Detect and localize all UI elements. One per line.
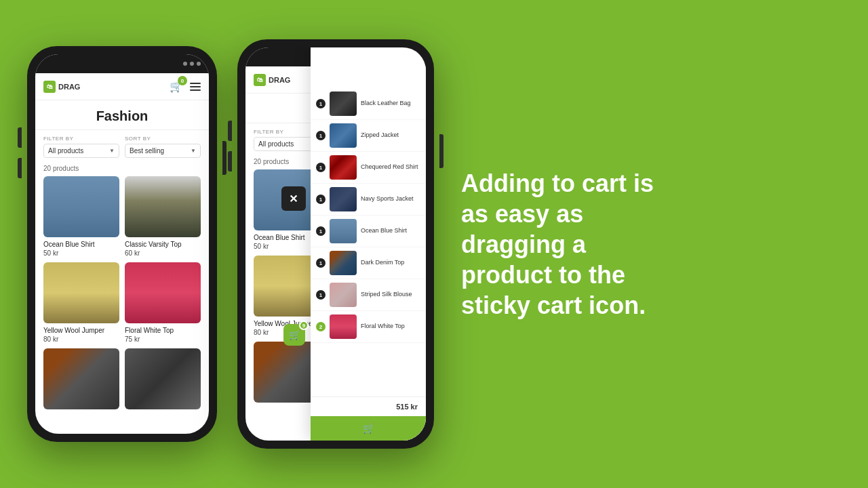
filter-by-value: All products — [48, 147, 83, 155]
promo-line3: dragging a — [461, 230, 586, 258]
menu-button-left[interactable] — [190, 83, 201, 91]
logo-text-left: DRAG — [58, 83, 80, 91]
battery-icon — [197, 62, 201, 66]
product-name-floral: Floral White Top — [125, 326, 201, 335]
product-price-yellow-left: 80 kr — [43, 336, 119, 343]
cart-item-img-5 — [330, 251, 357, 275]
product-img-chequered — [43, 348, 119, 409]
close-cart-button[interactable]: ✕ — [281, 186, 306, 211]
logo-right: 🛍 DRAG — [254, 74, 290, 86]
product-name-yellow-left: Yellow Wool Jumper — [43, 326, 119, 335]
product-card-floral[interactable]: Floral White Top 75 kr — [125, 262, 201, 343]
product-card-yellow-left[interactable]: Yellow Wool Jumper 80 kr — [43, 262, 119, 343]
cart-item-qty-4: 1 — [316, 226, 326, 236]
cart-item-qty-2: 1 — [316, 163, 326, 172]
floating-cart-badge: 9 — [299, 321, 309, 330]
cart-item-2: 1 Chequered Red Shirt — [311, 152, 426, 184]
cart-item-name-3: Navy Sports Jacket — [361, 195, 420, 203]
cart-item-name-1: Zipped Jacket — [361, 131, 420, 140]
power-button — [222, 141, 226, 175]
cart-item-name-7: Floral White Top — [361, 323, 420, 331]
logo-left: 🛍 DRAG — [43, 81, 80, 93]
cart-item-name-5: Dark Denim Top — [361, 259, 420, 267]
products-count-left: 20 products — [35, 163, 209, 176]
filter-by-value-right: All products — [258, 140, 294, 148]
cart-item-4: 1 Ocean Blue Shirt — [311, 216, 426, 247]
cart-item-qty-3: 1 — [316, 195, 326, 204]
cart-dropdown: 1 Black Leather Bag 1 Zipped Jacket 1 — [311, 47, 426, 441]
promo-text-area: Adding to cart is as easy as dragging a … — [434, 155, 841, 334]
phone-right: 🛍 DRAG 🛒 Fas — [237, 39, 434, 449]
product-card-chequered[interactable] — [43, 348, 119, 409]
menu-line-2 — [190, 86, 201, 87]
product-card-ocean-blue[interactable]: Ocean Blue Shirt 50 kr — [43, 176, 119, 257]
floating-cart-button[interactable]: 🛒 9 — [283, 324, 305, 346]
promo-line2: as easy as — [461, 200, 583, 228]
filter-chevron-icon: ▼ — [109, 148, 115, 154]
sort-chevron-icon: ▼ — [191, 148, 196, 154]
filter-bar-left: FILTER BY All products ▼ SORT BY Best se… — [35, 130, 209, 163]
cart-item-5: 1 Dark Denim Top — [311, 247, 426, 279]
sort-by-label: SORT BY — [125, 136, 201, 142]
filter-by-label: FILTER BY — [43, 136, 119, 142]
cart-badge-left: 0 — [178, 76, 187, 85]
scene: 🛍 DRAG 🛒 0 Fashion — [27, 14, 841, 474]
cart-item-3: 1 Navy Sports Jacket — [311, 184, 426, 216]
cart-item-name-6: Striped Silk Blouse — [361, 291, 420, 299]
checkout-button[interactable]: 🛒 — [311, 416, 426, 441]
cart-item-img-6 — [330, 283, 357, 307]
checkout-icon: 🛒 — [363, 423, 374, 434]
cart-item-img-4 — [330, 219, 357, 243]
menu-line-3 — [190, 89, 201, 91]
cart-item-0: 1 Black Leather Bag — [311, 88, 426, 120]
product-card-varsity[interactable]: Classic Varsity Top 60 kr — [125, 176, 201, 257]
cart-item-6: 1 Striped Silk Blouse — [311, 279, 426, 311]
volume-down-button — [18, 158, 22, 178]
cart-item-7: 2 Floral White Top — [311, 311, 426, 343]
cart-item-img-1 — [330, 123, 357, 148]
product-img-ocean-blue — [43, 176, 119, 237]
page-title-left: Fashion — [35, 100, 209, 129]
cart-item-img-0 — [330, 92, 357, 116]
signal-icon — [183, 62, 187, 66]
cart-item-name-2: Chequered Red Shirt — [361, 163, 420, 171]
cart-items-list: 1 Black Leather Bag 1 Zipped Jacket 1 — [311, 47, 426, 396]
volume-down-button-right — [228, 151, 232, 171]
product-img-yellow-left — [43, 262, 119, 323]
phone-left: 🛍 DRAG 🛒 0 Fashion — [27, 46, 217, 442]
product-price-floral: 75 kr — [125, 336, 201, 343]
promo-line1: Adding to cart is — [461, 169, 654, 197]
app-header-left: 🛍 DRAG 🛒 0 — [35, 73, 209, 100]
cart-item-qty-7: 2 — [316, 322, 326, 331]
cart-button-left[interactable]: 🛒 0 — [168, 79, 184, 94]
cart-item-name-0: Black Leather Bag — [361, 100, 420, 108]
wifi-icon — [190, 62, 194, 66]
sort-by-select[interactable]: Best selling ▼ — [125, 144, 201, 158]
product-name-ocean-blue: Ocean Blue Shirt — [43, 240, 119, 249]
status-icons-left — [183, 62, 201, 66]
logo-icon-left: 🛍 — [43, 81, 56, 93]
volume-up-button-right — [228, 121, 232, 141]
power-button-right — [439, 134, 443, 168]
sort-by-group: SORT BY Best selling ▼ — [125, 136, 201, 158]
logo-text-right: DRAG — [269, 76, 290, 84]
filter-by-select[interactable]: All products ▼ — [43, 144, 119, 158]
cart-total: 515 kr — [311, 396, 426, 416]
phone-right-screen: 🛍 DRAG 🛒 Fas — [245, 47, 426, 441]
product-card-navy[interactable] — [125, 348, 201, 409]
volume-up-button — [18, 127, 22, 148]
cart-item-1: 1 Zipped Jacket — [311, 120, 426, 152]
cart-item-qty-1: 1 — [316, 131, 326, 140]
product-price-ocean-blue: 50 kr — [43, 249, 119, 257]
notch-left — [95, 54, 149, 68]
product-name-varsity: Classic Varsity Top — [125, 240, 201, 249]
promo-heading: Adding to cart is as easy as dragging a … — [461, 168, 814, 321]
products-grid-left: Ocean Blue Shirt 50 kr Classic Varsity T… — [35, 176, 209, 409]
floating-cart-area: 🛒 9 — [283, 324, 305, 346]
cart-item-name-4: Ocean Blue Shirt — [361, 227, 420, 235]
product-img-varsity — [125, 176, 201, 237]
cart-item-img-3 — [330, 187, 357, 211]
promo-line4: product to the — [461, 261, 625, 289]
filter-by-group: FILTER BY All products ▼ — [43, 136, 119, 158]
cart-item-img-7 — [330, 314, 357, 339]
